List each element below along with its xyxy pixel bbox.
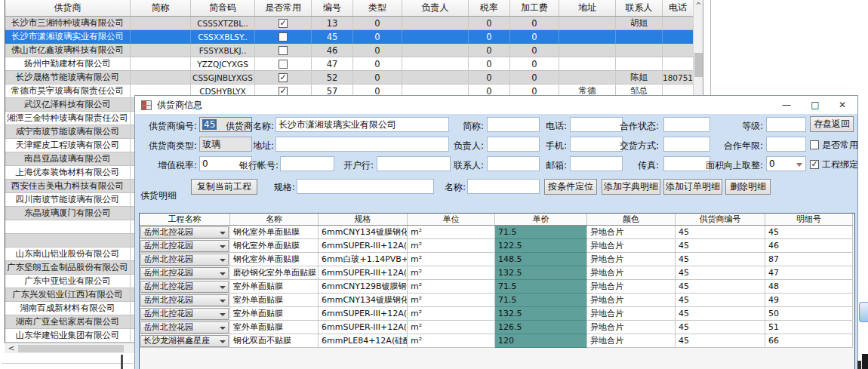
detail-cell: 室外单面贴膜 xyxy=(230,307,319,321)
checked-checkbox[interactable]: ✓ xyxy=(810,160,819,169)
address-label: 地址: xyxy=(245,138,274,153)
bank-account-field[interactable] xyxy=(280,156,334,171)
project-combobox[interactable]: 岳州北控花园 xyxy=(140,254,229,266)
column-header[interactable]: 单位 xyxy=(408,214,495,225)
chevron-down-icon xyxy=(220,272,226,275)
background-window-fragment xyxy=(862,354,868,369)
column-header[interactable]: 加工费 xyxy=(510,0,559,16)
round-up-dropdown[interactable]: 0 xyxy=(766,156,806,171)
unchecked-checkbox[interactable] xyxy=(279,32,288,42)
detail-row[interactable]: 长沙龙湖祺鑫星座钢化双面不贴膜6mmPLE84+12A(硅酮胶...m²120异… xyxy=(140,334,853,348)
column-header[interactable]: 简音码 xyxy=(191,0,255,16)
coop-years-field[interactable] xyxy=(766,137,806,152)
detail-cell: 异地合片 xyxy=(587,334,676,348)
detail-cell: 45 xyxy=(676,253,765,266)
column-header[interactable]: 简称 xyxy=(131,0,191,16)
coop-status-field[interactable] xyxy=(663,117,710,132)
column-header[interactable]: 编号 xyxy=(312,0,353,16)
column-header[interactable]: 负责人 xyxy=(402,0,469,16)
delivery-field[interactable] xyxy=(663,137,710,152)
column-header[interactable]: 工程名称 xyxy=(140,214,230,225)
save-button[interactable]: 存盘返回 xyxy=(810,116,854,132)
project-combobox[interactable]: 岳州北控花园 xyxy=(140,267,229,279)
add-order-button[interactable]: 添加订单明细 xyxy=(663,179,722,195)
column-header[interactable]: 供货商编号 xyxy=(676,214,765,225)
maximize-button[interactable]: □ xyxy=(802,96,829,114)
bind-checkbox[interactable]: ✓工程绑定 xyxy=(810,157,863,172)
unchecked-checkbox[interactable] xyxy=(279,46,288,55)
project-combobox[interactable]: 岳州北控花园 xyxy=(140,240,229,252)
column-header[interactable]: 颜色 xyxy=(587,214,676,225)
column-header[interactable]: 类型 xyxy=(353,0,402,16)
project-combobox[interactable]: 岳州北控花园 xyxy=(140,321,229,334)
horizontal-scrollbar-thumb[interactable] xyxy=(18,345,124,352)
detail-cell: 6mmPLE84+12A(硅酮胶... xyxy=(319,334,408,348)
detail-cell: 50 xyxy=(765,307,853,321)
common-checkbox[interactable]: 是否常用 xyxy=(810,137,863,152)
detail-cell: 异地合片 xyxy=(587,307,676,321)
add-dict-button[interactable]: 添加字典明细 xyxy=(602,179,660,195)
table-cell: 0 xyxy=(353,44,402,57)
scroll-up-icon[interactable]: ^ xyxy=(694,1,703,11)
column-header[interactable]: 单价 xyxy=(495,214,587,225)
short-name-field[interactable] xyxy=(487,117,540,132)
column-header[interactable]: 电话 xyxy=(663,0,694,16)
checked-checkbox[interactable]: ✓ xyxy=(279,87,288,96)
email-label: 邮箱: xyxy=(538,158,567,173)
table-row[interactable]: 佛山市亿鑫玻璃科技有限公司FSSYXBLKJ..46000 xyxy=(5,44,694,57)
column-header[interactable]: 明细号 xyxy=(765,214,853,225)
unchecked-checkbox[interactable] xyxy=(810,140,819,149)
name-input[interactable] xyxy=(467,179,540,194)
address-field[interactable] xyxy=(275,137,449,152)
vertical-scrollbar-thumb[interactable] xyxy=(694,53,703,77)
dialog-titlebar[interactable]: 供货商信息 — □ ✕ xyxy=(135,96,857,114)
project-combobox[interactable]: 岳州北控花园 xyxy=(140,294,229,306)
table-row[interactable]: 扬州中勤建材有限公司YZZQJCYXGS47000 xyxy=(5,57,694,71)
chevron-down-icon xyxy=(220,232,226,235)
detail-row[interactable]: 岳州北控花园钢化室外单面贴膜6mmSUPER-III+12A(硅...m²122… xyxy=(140,239,853,253)
column-header[interactable]: 供货商 xyxy=(5,0,131,16)
project-combobox[interactable]: 长沙龙湖祺鑫星座 xyxy=(140,335,229,347)
unchecked-checkbox[interactable] xyxy=(279,60,288,69)
detail-row[interactable]: 岳州北控花园室外单面贴膜6mmCNY134镀膜钢化m²71.5异地合片4549 xyxy=(140,294,853,307)
contact-field[interactable] xyxy=(487,156,540,171)
project-combobox[interactable]: 岳州北控花园 xyxy=(140,281,229,293)
minimize-button[interactable]: — xyxy=(773,96,800,114)
project-combobox[interactable]: 岳州北控花园 xyxy=(140,226,229,238)
column-header[interactable]: 是否常用 xyxy=(255,0,312,16)
manager-field[interactable] xyxy=(487,137,540,152)
delete-button[interactable]: 删除明细 xyxy=(725,179,771,195)
table-cell: 0 xyxy=(469,30,510,44)
table-row[interactable]: 长沙晟格节能玻璃有限公司CSSGJNBLYXGS✓52000陈姐180751 xyxy=(5,71,694,85)
detail-row[interactable]: 岳州北控花园室外单面贴膜6mmSUPER-III+12A(硅...m²132.5… xyxy=(140,307,853,321)
column-header[interactable]: 联系人 xyxy=(616,0,663,16)
column-header[interactable]: 名称 xyxy=(230,214,319,225)
detail-row[interactable]: 岳州北控花园钢化室外单面贴膜6mm白玻+1.14PVB+6mm...m²148.… xyxy=(140,253,853,266)
table-cell xyxy=(559,44,616,57)
supplier-type-field[interactable]: 玻璃 xyxy=(199,137,252,152)
grade-field[interactable] xyxy=(766,117,806,132)
detail-row[interactable]: 岳州北控花园钢化室外单面贴膜6mmCNY134镀膜钢化m²71.5异地合片454… xyxy=(140,226,853,239)
column-header[interactable]: 税率 xyxy=(469,0,510,16)
copy-button[interactable]: 复制当前工程 xyxy=(191,179,257,195)
bank-field[interactable] xyxy=(377,156,451,171)
detail-row[interactable]: 岳州北控花园室外单面贴膜6mmCNY129B镀膜钢化m²71.5异地合片4548 xyxy=(140,280,853,294)
background-window-fragment xyxy=(859,302,868,322)
detail-row[interactable]: 岳州北控花园磨砂钢化室外单面贴膜6mmSUPER-III+12A(硅...m²1… xyxy=(140,266,853,280)
table-row[interactable]: 长沙市潇湘玻璃实业有限公司CSSXXBLSY..45000 xyxy=(5,30,694,44)
table-cell: 上海优泰装饰材料有限公司 xyxy=(5,166,131,180)
scroll-left-icon[interactable]: < xyxy=(6,343,17,354)
column-header[interactable]: 地址 xyxy=(559,0,616,16)
checked-checkbox[interactable]: ✓ xyxy=(279,73,288,82)
close-button[interactable]: ✕ xyxy=(829,96,856,114)
detail-row[interactable]: 岳州北控花园室外单面贴膜6mmSUPER-III+12A(硅...m²126.5… xyxy=(140,321,853,334)
spec-input[interactable] xyxy=(297,179,434,194)
detail-cell: 岳州北控花园 xyxy=(140,307,230,321)
column-header[interactable]: 规格 xyxy=(319,214,408,225)
table-cell: CSSGJNBLYXGS xyxy=(191,71,255,85)
table-row[interactable]: 长沙市三湘特种玻璃有限公司CSSSXTZBL..✓13000胡姐 xyxy=(5,17,694,30)
project-combobox[interactable]: 岳州北控花园 xyxy=(140,308,229,320)
locate-button[interactable]: 按条件定位 xyxy=(544,179,597,195)
checked-checkbox[interactable]: ✓ xyxy=(279,19,288,28)
supplier-name-field[interactable]: 长沙市潇湘玻璃实业有限公司 xyxy=(275,117,449,132)
